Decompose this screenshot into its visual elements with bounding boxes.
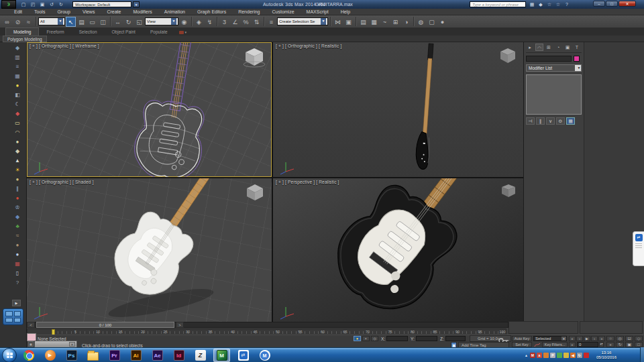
- close-icon[interactable]: ×: [69, 342, 75, 347]
- isolate-selection-toggle[interactable]: ●: [354, 336, 361, 341]
- tray-icon-yellow[interactable]: [564, 353, 569, 358]
- keyboard-override-icon[interactable]: ↯: [205, 17, 215, 27]
- menu-maxscript[interactable]: MAXScript: [301, 9, 335, 15]
- viewport-bottom-left[interactable]: [ + ] [ Orthographic ] [ Shaded ]: [27, 178, 272, 322]
- minimize-button[interactable]: –: [593, 1, 605, 7]
- show-desktop-button[interactable]: [640, 347, 644, 362]
- menu-tools[interactable]: Tools: [28, 9, 51, 15]
- viewport-label[interactable]: [ + ] [ Orthographic ] [ Realistic ]: [276, 44, 341, 48]
- ribbon-toggle-icon[interactable]: ▦: [369, 17, 379, 27]
- menu-graph-editors[interactable]: Graph Editors: [191, 9, 232, 15]
- chevron-down-icon[interactable]: ▼: [171, 18, 176, 25]
- viewport-top-right[interactable]: [ + ] [ Orthographic ] [ Realistic ]: [273, 42, 523, 177]
- viewcube[interactable]: [498, 46, 518, 64]
- help-menu-icon[interactable]: ?: [564, 1, 570, 7]
- viewport-label[interactable]: [ + ] [ Perspective ] [ Realistic ]: [276, 180, 339, 184]
- modifier-list-dropdown[interactable]: Modifier List ▼: [526, 64, 582, 72]
- chevron-down-icon[interactable]: ▼: [575, 65, 581, 71]
- select-and-move-icon[interactable]: ↔: [113, 17, 123, 27]
- select-by-name-icon[interactable]: ▤: [76, 17, 87, 27]
- menu-create[interactable]: Create: [101, 9, 127, 15]
- x-coordinate-field[interactable]: [386, 336, 408, 341]
- field-of-view-icon[interactable]: ◇: [635, 336, 643, 341]
- hidden-icons-chevron[interactable]: ▲: [525, 353, 528, 357]
- red-sphere-icon[interactable]: ●: [9, 194, 26, 203]
- time-slider-thumb[interactable]: 0 / 100: [36, 322, 174, 328]
- material-editor-icon[interactable]: ◑: [401, 17, 411, 27]
- render-teapot-icon[interactable]: ◆: [9, 44, 26, 53]
- wrench-icon[interactable]: ◆: [537, 1, 544, 7]
- tan-sphere-icon[interactable]: ●: [9, 175, 26, 184]
- reference-coordinate-dropdown[interactable]: View▼: [145, 17, 178, 25]
- viewport-top-left[interactable]: [ + ] [ Orthographic ] [ Wireframe ]: [27, 42, 272, 177]
- menu-modifiers[interactable]: Modifiers: [127, 9, 158, 15]
- render-setup-icon[interactable]: ◍: [416, 17, 426, 27]
- schedule-grid-icon[interactable]: ▦: [9, 72, 26, 81]
- y-coordinate-field[interactable]: [416, 336, 437, 341]
- box-primitive-icon[interactable]: ▭: [9, 119, 26, 128]
- maximize-viewport-icon[interactable]: ▣: [625, 342, 633, 347]
- next-frame-button[interactable]: ›: [591, 336, 598, 341]
- viewport-extra-icon[interactable]: □: [635, 342, 643, 347]
- spinner-snap-icon[interactable]: ⇅: [252, 17, 262, 27]
- selection-filter-dropdown[interactable]: All▼: [38, 17, 65, 25]
- zoom-all-icon[interactable]: ◎: [616, 336, 624, 341]
- taskbar-media-player[interactable]: ▶: [42, 349, 58, 362]
- named-sets-dropdown[interactable]: Create Selection Se▼: [277, 17, 328, 25]
- viewport-label[interactable]: [ + ] [ Orthographic ] [ Shaded ]: [30, 180, 94, 184]
- rock-icon[interactable]: ●: [9, 241, 26, 250]
- ribbon-dot-icon[interactable]: [179, 31, 184, 34]
- absolute-mode-button[interactable]: ◇: [371, 336, 378, 341]
- sun-icon[interactable]: ☀: [9, 166, 26, 175]
- play-button[interactable]: ▶: [584, 336, 590, 341]
- render-image-icon[interactable]: ▥: [9, 53, 26, 62]
- bind-to-space-warp-icon[interactable]: ≈: [23, 17, 34, 27]
- dome-primitive-icon[interactable]: ◠: [9, 128, 26, 137]
- select-and-scale-icon[interactable]: ◱: [134, 17, 144, 27]
- next-frame-arrow[interactable]: >: [176, 322, 184, 328]
- tray-icon-red[interactable]: [584, 353, 589, 358]
- go-to-start-time-button[interactable]: «: [569, 342, 576, 347]
- object-color-swatch[interactable]: [574, 56, 580, 62]
- tab-utilities[interactable]: T: [573, 44, 581, 51]
- save-file-icon[interactable]: ▣: [39, 1, 46, 7]
- taskbar-maxthon[interactable]: M: [256, 349, 273, 362]
- key-mode-dropdown[interactable]: Selected ▼: [533, 336, 567, 341]
- mirror-icon[interactable]: ⋈: [333, 17, 343, 27]
- show-end-result-button[interactable]: ∥: [536, 117, 545, 125]
- help-search-input[interactable]: Type a keyword or phrase: [470, 1, 526, 7]
- viewcube[interactable]: [244, 182, 266, 202]
- taskbar-illustrator[interactable]: Ai: [127, 349, 144, 362]
- menu-views[interactable]: Views: [76, 9, 101, 15]
- maximize-button[interactable]: □: [606, 1, 618, 7]
- previous-frame-arrow[interactable]: <: [27, 322, 35, 328]
- cone-primitive-icon[interactable]: ▲: [9, 156, 26, 166]
- snaps-toggle-icon[interactable]: 3: [219, 17, 229, 27]
- viewport-bottom-right[interactable]: [ + ] [ Perspective ] [ Realistic ]: [273, 178, 523, 322]
- palette-icon[interactable]: ▦: [9, 259, 26, 269]
- list-view-icon[interactable]: ≡: [9, 62, 26, 72]
- leaf-icon[interactable]: ♣: [9, 222, 26, 231]
- taskbar-teamviewer[interactable]: ⇄: [235, 349, 252, 362]
- tray-icon-green[interactable]: [557, 353, 562, 358]
- menu-edit[interactable]: Edit: [8, 9, 28, 15]
- select-and-manipulate-icon[interactable]: ◈: [194, 17, 204, 27]
- render-production-icon[interactable]: ●: [437, 17, 447, 27]
- taskbar-3dsmax[interactable]: M: [213, 349, 230, 362]
- workspace-dropdown-arrow[interactable]: ▼: [133, 1, 140, 7]
- tray-icon-m[interactable]: M: [530, 353, 535, 358]
- mini-grid-button[interactable]: ▦: [28, 341, 34, 347]
- modifier-stack-list[interactable]: [526, 74, 582, 115]
- lightbulb-icon[interactable]: ●: [9, 81, 26, 90]
- tab-motion[interactable]: ◔: [554, 44, 562, 51]
- auto-key-button[interactable]: Auto Key: [512, 336, 532, 341]
- current-frame-field[interactable]: 0: [577, 342, 598, 347]
- selection-region-icon[interactable]: ▭: [87, 17, 97, 27]
- unlink-selection-icon[interactable]: ⊘: [13, 17, 23, 27]
- z-coordinate-field[interactable]: [445, 336, 466, 341]
- battery-icon[interactable]: ▯: [9, 269, 26, 278]
- teamviewer-popup[interactable]: ⇄: [633, 231, 644, 266]
- menu-group[interactable]: Group: [51, 9, 76, 15]
- disc-primitive-icon[interactable]: ●: [9, 137, 26, 147]
- align-icon[interactable]: ▣: [343, 17, 354, 27]
